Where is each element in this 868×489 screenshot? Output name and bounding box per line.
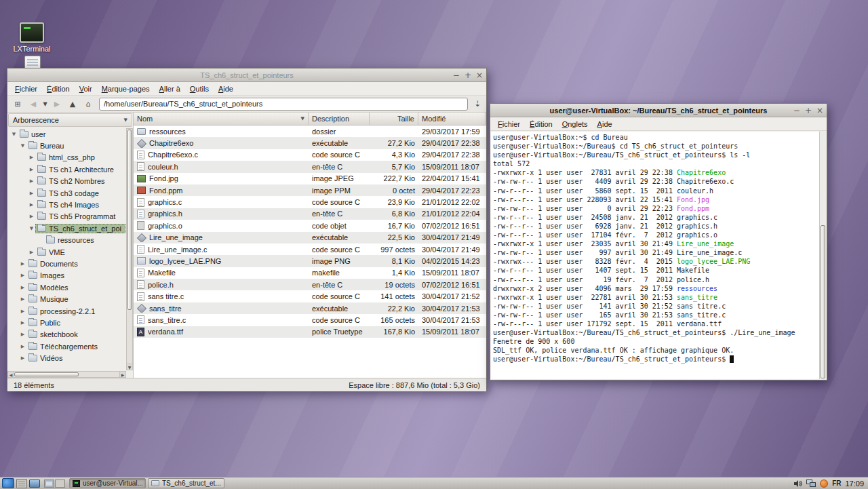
tree-item-ts-ch3-codage[interactable]: ▶TS ch3 codage (8, 187, 125, 199)
file-row-sans-titre[interactable]: sans_titreexécutable22,2 Kio30/04/2017 2… (134, 302, 486, 314)
tree-item-ts-ch4-images[interactable]: ▶TS ch4 Images (8, 199, 125, 210)
expander-icon[interactable]: ▶ (19, 344, 26, 349)
tree-item-documents[interactable]: ▶Documents (8, 258, 125, 269)
expander-icon[interactable]: ▶ (19, 309, 26, 314)
file-row-verdana-ttf[interactable]: verdana.ttfpolice Truetype167,8 Kio15/09… (134, 326, 486, 338)
terminal-screen[interactable]: user@user-VirtualBox:~$ cd Bureauuser@us… (491, 132, 819, 379)
start-menu-button[interactable] (2, 478, 14, 488)
up-icon[interactable]: ▲ (65, 97, 80, 111)
network-icon[interactable] (806, 480, 816, 488)
taskbar-task-ts-ch6-struct-et[interactable]: TS_ch6_struct_et... (148, 478, 224, 488)
file-row-chapitre6exo[interactable]: Chapitre6exoexécutable27,2 Kio29/04/2017… (134, 137, 486, 149)
tree-item-ts-ch6-struct-et-poi[interactable]: ▼TS_ch6_struct_et_poi (8, 222, 125, 234)
menu-aide[interactable]: Aide (593, 119, 617, 130)
expander-icon[interactable]: ▶ (19, 261, 26, 267)
path-bar[interactable] (99, 98, 468, 111)
side-pane-mode-selector[interactable]: Arborescence ▼ (8, 113, 132, 127)
back-icon[interactable]: ◀ (26, 97, 41, 111)
new-tab-icon[interactable]: ⊞ (10, 97, 25, 111)
file-manager-titlebar[interactable]: TS_ch6_struct_et_pointeurs − + × (7, 69, 486, 82)
file-row-couleur-h[interactable]: couleur.hen-tête C5,7 Kio15/09/2011 18:0… (134, 161, 486, 172)
terminal-titlebar[interactable]: user@user-VirtualBox: ~/Bureau/TS_ch6_st… (490, 104, 827, 117)
scrollbar-thumb[interactable] (127, 130, 132, 310)
home-icon[interactable]: ⌂ (81, 97, 96, 111)
file-row-ressources[interactable]: ressourcesdossier29/03/2017 17:59 (134, 125, 486, 137)
tree-item-sketchbook[interactable]: ▶sketchbook (8, 329, 125, 340)
expander-icon[interactable]: ▶ (19, 273, 26, 278)
expander-icon[interactable]: ▶ (28, 155, 35, 160)
column-header-nom[interactable]: Nom▼ (134, 113, 309, 125)
file-row-graphics-o[interactable]: graphics.ocode objet16,7 Kio07/02/2012 1… (134, 220, 486, 231)
expander-icon[interactable]: ▶ (28, 214, 35, 219)
maximize-button[interactable]: + (465, 72, 471, 79)
column-header-taille[interactable]: Taille (370, 113, 418, 125)
minimize-button[interactable]: − (793, 107, 800, 114)
file-manager-launcher-icon[interactable] (16, 479, 27, 488)
expander-icon[interactable]: ▶ (19, 332, 26, 337)
volume-icon[interactable] (793, 480, 802, 488)
close-button[interactable]: × (476, 72, 483, 79)
file-row-chapitre6exo-c[interactable]: Chapitre6exo.ccode source C4,3 Kio29/04/… (134, 149, 486, 161)
file-row-sans-titre-c[interactable]: sans_titre.ccode source C165 octets30/04… (134, 314, 486, 326)
tree-item-modeles[interactable]: ▶Modèles (8, 281, 125, 293)
expander-icon[interactable]: ▼ (28, 226, 35, 231)
tree-item-processing-2-2-1[interactable]: ▶processing-2.2.1 (8, 305, 125, 317)
file-row-police-h[interactable]: police.hen-tête C19 octets07/02/2012 16:… (134, 279, 486, 290)
file-row-logo-lycee-lae-png[interactable]: logo_lycee_LAE.PNGimage PNG8,1 Kio04/02/… (134, 255, 486, 267)
scroll-right-icon[interactable]: ▶ (119, 372, 125, 377)
menu-onglets[interactable]: Onglets (557, 119, 593, 130)
menu-edition[interactable]: Édition (525, 119, 557, 130)
file-row-lire-une-image[interactable]: Lire_une_imageexécutable22,5 Kio30/04/20… (134, 232, 486, 243)
expander-icon[interactable]: ▶ (28, 178, 35, 184)
expander-icon[interactable]: ▶ (28, 191, 35, 196)
column-header-description[interactable]: Description (309, 113, 370, 125)
menu-fichier[interactable]: Fichier (10, 83, 42, 94)
menu-edition[interactable]: Édition (42, 83, 75, 94)
menu-marque-pages[interactable]: Marque-pages (97, 83, 155, 94)
tree-item-public[interactable]: ▶Public (8, 317, 125, 328)
tree-item-bureau[interactable]: ▼Bureau (8, 140, 125, 151)
history-dropdown-icon[interactable]: ▼ (41, 97, 49, 111)
desktop-launcher-icon[interactable] (29, 480, 40, 488)
tree-item-html-css-php[interactable]: ▶html_css_php (8, 152, 125, 163)
workspace-1[interactable] (44, 480, 54, 488)
file-row-sans-titre-c[interactable]: sans titre.ccode source C141 octets30/04… (134, 290, 486, 302)
clock[interactable]: 17:09 (845, 480, 864, 488)
updates-icon[interactable] (820, 480, 828, 488)
tree-item-videos[interactable]: ▶Vidéos (8, 352, 125, 364)
file-row-graphics-c[interactable]: graphics.ccode source C23,9 Kio21/01/201… (134, 196, 486, 208)
workspace-2[interactable] (55, 480, 65, 488)
go-button[interactable]: ⇣ (471, 97, 484, 111)
menu-outils[interactable]: Outils (185, 83, 214, 94)
tree-item-ts-ch5-programmat[interactable]: ▶TS ch5 Programmat (8, 211, 125, 222)
side-pane-horizontal-scrollbar[interactable]: ◀ ▶ (7, 371, 126, 378)
expander-icon[interactable]: ▶ (28, 250, 35, 255)
file-row-makefile[interactable]: Makefilemakefile1,4 Kio15/09/2011 18:07 (134, 267, 486, 279)
scroll-down-icon[interactable]: ▼ (127, 364, 132, 370)
keyboard-layout-indicator[interactable]: FR (832, 480, 841, 487)
menu-voir[interactable]: Voir (75, 83, 97, 94)
desktop-icon-lxterminal[interactable]: LXTerminal (9, 22, 54, 53)
tree-item-ts-ch2-nombres[interactable]: ▶TS ch2 Nombres (8, 176, 125, 187)
tree-item-images[interactable]: ▶Images (8, 270, 125, 281)
tree-item-telechargements[interactable]: ▶Téléchargements (8, 340, 125, 352)
tree-item-musique[interactable]: ▶Musique (8, 293, 125, 305)
taskbar-task-user-user-virtual[interactable]: user@user-Virtual... (69, 478, 146, 488)
file-row-fond-ppm[interactable]: Fond.ppmimage PPM0 octet29/04/2017 22:23 (134, 184, 486, 196)
expander-icon[interactable]: ▶ (19, 320, 26, 326)
expander-icon[interactable]: ▼ (10, 132, 18, 137)
minimize-button[interactable]: − (453, 72, 460, 79)
file-row-fond-jpg[interactable]: Fond.jpgimage JPEG222,7 Kio22/04/2017 15… (134, 173, 486, 184)
file-row-lire-une-image-c[interactable]: Lire_une_image.ccode source C997 octets3… (134, 243, 486, 255)
expander-icon[interactable]: ▶ (19, 285, 26, 290)
scrollbar-thumb[interactable] (821, 225, 825, 378)
menu-aller-a[interactable]: Aller à (155, 83, 185, 94)
tree-item-ts-ch1-architecture[interactable]: ▶TS ch1 Architecture (8, 163, 125, 175)
scrollbar-thumb[interactable] (14, 372, 79, 376)
tree-item-ressources[interactable]: ressources (8, 235, 125, 246)
file-row-graphics-h[interactable]: graphics.hen-tête C6,8 Kio21/01/2012 22:… (134, 208, 486, 220)
forward-icon[interactable]: ▶ (50, 97, 64, 111)
column-header-modifie[interactable]: Modifié (418, 113, 486, 125)
expander-icon[interactable]: ▼ (19, 143, 26, 149)
expander-icon[interactable]: ▶ (28, 167, 35, 172)
